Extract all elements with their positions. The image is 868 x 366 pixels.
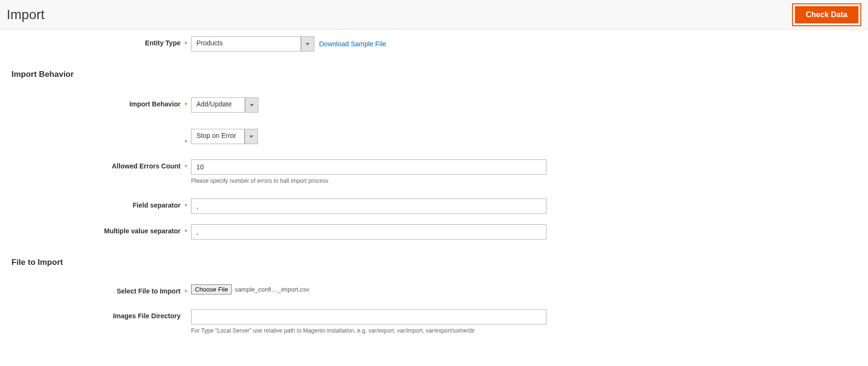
download-sample-link[interactable]: Download Sample File	[319, 40, 386, 48]
required-star: *	[185, 228, 187, 236]
row-select-file: Select File to Import * Choose File samp…	[0, 284, 868, 295]
label-validation-strategy: *	[0, 129, 191, 137]
field-import-behavior: Add/Update	[191, 97, 258, 113]
allowed-errors-helper: Please specify number of errors to halt …	[191, 178, 547, 184]
label-select-file-text: Select File to Import	[117, 287, 181, 295]
choose-file-button[interactable]: Choose File	[191, 284, 232, 294]
label-allowed-errors-text: Allowed Errors Count	[112, 162, 181, 170]
field-entity-type: Products Download Sample File	[191, 36, 386, 52]
multiple-value-separator-input[interactable]	[191, 224, 547, 240]
label-entity-type-text: Entity Type	[145, 39, 181, 47]
label-select-file: Select File to Import *	[0, 284, 191, 295]
chevron-down-icon	[301, 36, 314, 52]
entity-type-value: Products	[191, 36, 301, 52]
required-star: *	[185, 202, 187, 210]
import-behavior-value: Add/Update	[191, 97, 245, 113]
field-multiple-value-separator	[191, 224, 547, 240]
required-star: *	[185, 40, 187, 48]
label-field-separator-text: Field separator	[133, 201, 181, 209]
chevron-down-icon	[245, 129, 258, 144]
import-behavior-select[interactable]: Add/Update	[191, 97, 258, 113]
field-allowed-errors: Please specify number of errors to halt …	[191, 159, 547, 184]
check-data-highlight: Check Data	[792, 3, 861, 26]
form-content: Entity Type * Products Download Sample F…	[0, 36, 868, 353]
section-file-to-import: File to Import	[11, 258, 868, 267]
label-multiple-value-separator-text: Multiple value separator	[104, 227, 181, 235]
label-import-behavior-text: Import Behavior	[129, 100, 181, 108]
label-allowed-errors: Allowed Errors Count *	[0, 159, 191, 170]
field-separator-input[interactable]	[191, 199, 547, 214]
validation-strategy-select[interactable]: Stop on Error	[191, 129, 258, 144]
label-entity-type: Entity Type *	[0, 36, 191, 47]
allowed-errors-input[interactable]	[191, 159, 547, 175]
row-multiple-value-separator: Multiple value separator *	[0, 224, 868, 240]
section-import-behavior: Import Behavior	[11, 70, 868, 79]
row-allowed-errors: Allowed Errors Count * Please specify nu…	[0, 159, 868, 184]
row-import-behavior: Import Behavior * Add/Update	[0, 97, 868, 113]
field-field-separator	[191, 199, 547, 214]
row-images-dir: Images File Directory For Type "Local Se…	[0, 309, 868, 334]
field-images-dir: For Type "Local Server" use relative pat…	[191, 309, 547, 334]
entity-type-select[interactable]: Products	[191, 36, 314, 52]
label-images-dir: Images File Directory	[0, 309, 191, 320]
label-images-dir-text: Images File Directory	[113, 312, 181, 320]
images-dir-helper: For Type "Local Server" use relative pat…	[191, 327, 547, 334]
label-multiple-value-separator: Multiple value separator *	[0, 224, 191, 235]
required-star: *	[185, 138, 187, 146]
chevron-down-icon	[245, 97, 258, 113]
row-entity-type: Entity Type * Products Download Sample F…	[0, 36, 868, 52]
label-field-separator: Field separator *	[0, 199, 191, 209]
field-validation-strategy: Stop on Error	[191, 129, 258, 144]
page-header: Import Check Data	[0, 0, 868, 30]
row-validation-strategy: * Stop on Error	[0, 129, 868, 144]
required-star: *	[185, 163, 187, 171]
page-title: Import	[7, 7, 44, 22]
selected-file-name: sample_confi…_import.csv	[235, 286, 309, 293]
label-import-behavior: Import Behavior *	[0, 97, 191, 108]
check-data-button[interactable]: Check Data	[795, 6, 858, 23]
required-star: *	[185, 288, 187, 296]
field-select-file: Choose File sample_confi…_import.csv	[191, 284, 309, 294]
required-star: *	[185, 101, 187, 109]
images-dir-input[interactable]	[191, 309, 547, 324]
row-field-separator: Field separator *	[0, 199, 868, 214]
validation-strategy-value: Stop on Error	[191, 129, 245, 144]
